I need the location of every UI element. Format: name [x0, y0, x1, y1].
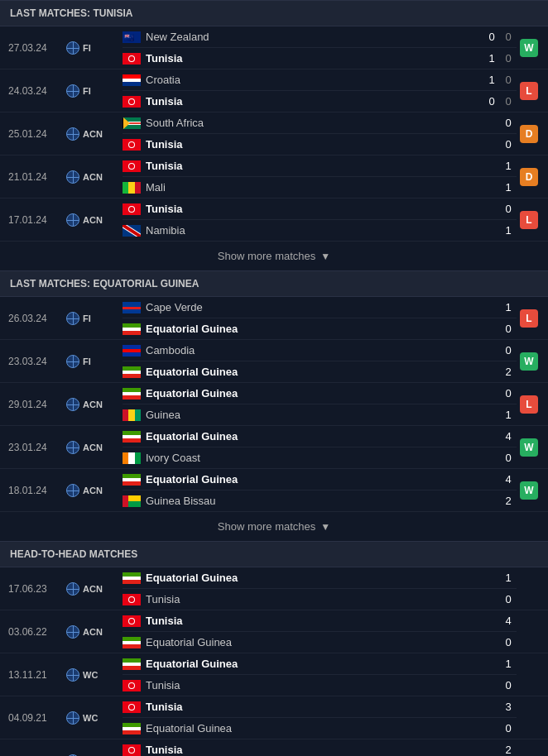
- match-date: 23.03.24: [8, 356, 66, 367]
- svg-rect-71: [123, 641, 141, 644]
- show-more-button[interactable]: Show more matches ▼: [0, 512, 548, 541]
- globe-icon: [66, 668, 79, 682]
- match-result: W: [517, 26, 548, 69]
- team-score: 0: [500, 636, 517, 648]
- svg-rect-84: [123, 730, 141, 734]
- team-line: Tunisia 4: [123, 610, 517, 632]
- svg-rect-70: [123, 637, 141, 641]
- match-competition: FI: [66, 41, 123, 55]
- result-badge: L: [520, 82, 538, 100]
- match-competition: WC: [66, 711, 123, 725]
- team-flag-flag-eq: [123, 388, 141, 400]
- team-line: Tunisia 0: [123, 199, 517, 220]
- comp-label: ACN: [83, 172, 103, 182]
- comp-label: ACN: [83, 129, 103, 139]
- match-meta: 28.03.21 ACN: [0, 739, 123, 756]
- team-name: Guinea Bissau: [146, 495, 500, 507]
- result-badge: W: [520, 39, 538, 57]
- svg-point-69: [129, 619, 134, 624]
- team-name: Equatorial Guinea: [146, 430, 500, 443]
- team-name: Tunisia: [146, 203, 500, 215]
- teams-col: Cape Verde 1 Equatorial Guinea 0: [123, 297, 517, 339]
- svg-rect-41: [123, 371, 141, 374]
- team-flag-flag-eq: [123, 658, 141, 670]
- team-line: Tunisia 2: [123, 739, 517, 756]
- svg-rect-57: [123, 481, 141, 486]
- team-line: Cape Verde 1: [123, 297, 517, 318]
- team-flag-flag-tn: [123, 96, 141, 108]
- globe-icon: [66, 355, 79, 368]
- team-score: 1: [483, 52, 500, 65]
- match-result: L: [517, 297, 548, 339]
- globe-icon: [66, 213, 79, 227]
- team-flag-flag-tn: [123, 594, 141, 605]
- result-badge: W: [520, 352, 538, 371]
- team-line: Cambodia 0: [123, 340, 517, 361]
- globe-icon: [66, 170, 79, 184]
- match-competition: FI: [66, 355, 123, 368]
- svg-rect-42: [123, 374, 141, 378]
- team-score: 0: [500, 117, 517, 129]
- match-competition: ACN: [66, 441, 123, 454]
- match-date: 26.03.24: [8, 313, 66, 324]
- match-block: 21.01.24 ACN Tunisia 1 Mali: [0, 156, 548, 199]
- match-date: 17.01.24: [8, 214, 66, 226]
- svg-rect-56: [123, 478, 141, 481]
- team-line: Tunisia 0: [123, 675, 517, 696]
- team-score: 0: [500, 323, 517, 335]
- match-block: 17.01.24 ACN Tunisia 0 Namibia: [0, 199, 548, 242]
- chevron-down-icon: ▼: [320, 521, 330, 533]
- svg-rect-75: [123, 666, 141, 670]
- comp-label: ACN: [83, 584, 103, 594]
- team-name: New Zealand: [146, 31, 483, 43]
- svg-point-27: [129, 207, 134, 212]
- teams-col: Equatorial Guinea 4 Guinea Bissau 2: [123, 469, 517, 511]
- team-score-right: 0: [500, 74, 517, 86]
- svg-point-66: [129, 597, 134, 602]
- team-line: Tunisia 3: [123, 696, 517, 718]
- section-header-last-matches-equatorial-guinea: LAST MATCHES: EQUATORIAL GUINEA: [0, 270, 548, 297]
- team-name: Tunisia: [146, 593, 500, 605]
- show-more-button[interactable]: Show more matches ▼: [0, 242, 548, 270]
- team-flag-flag-eq: [123, 572, 141, 584]
- match-competition: WC: [66, 668, 123, 682]
- team-line: Ivory Coast 0: [123, 447, 517, 468]
- team-score: 2: [500, 366, 517, 378]
- svg-text:🇳🇿: 🇳🇿: [124, 32, 135, 43]
- team-name: Mali: [146, 181, 500, 194]
- team-line: Equatorial Guinea 0: [123, 383, 517, 404]
- match-meta: 24.03.24 FI: [0, 69, 123, 112]
- team-flag-flag-eq: [123, 723, 141, 734]
- team-line: Equatorial Guinea 4: [123, 426, 517, 447]
- match-meta: 17.01.24 ACN: [0, 199, 123, 241]
- team-score: 0: [500, 138, 517, 151]
- team-score: 0: [500, 722, 517, 734]
- team-flag-flag-nz: 🇳🇿: [123, 31, 141, 43]
- svg-rect-24: [135, 182, 141, 194]
- match-meta: 29.01.24 ACN: [0, 383, 123, 425]
- team-line: Guinea 1: [123, 404, 517, 425]
- svg-rect-61: [123, 572, 141, 577]
- result-badge: D: [520, 125, 538, 143]
- match-block: 23.03.24 FI Cambodia 0 Equatorial: [0, 340, 548, 383]
- match-result: W: [517, 426, 548, 468]
- comp-label: ACN: [83, 443, 103, 452]
- team-name: Equatorial Guinea: [146, 366, 500, 378]
- svg-rect-38: [123, 349, 141, 352]
- match-date: 03.06.22: [8, 626, 66, 638]
- match-result: D: [517, 156, 548, 198]
- team-flag-flag-gw: [123, 495, 141, 507]
- show-more-label: Show more matches: [218, 250, 316, 262]
- match-result: W: [517, 340, 548, 382]
- globe-icon: [66, 127, 79, 141]
- match-date: 17.06.23: [8, 583, 66, 595]
- team-score: 2: [500, 744, 517, 756]
- comp-label: FI: [83, 86, 91, 96]
- match-date: 13.11.21: [8, 669, 66, 681]
- team-score: 4: [500, 473, 517, 486]
- team-line: Equatorial Guinea 4: [123, 469, 517, 490]
- team-line: Croatia 1 0: [123, 69, 517, 91]
- team-name: Equatorial Guinea: [146, 387, 500, 400]
- match-block: 03.06.22 ACN Tunisia 4 Equatorial: [0, 610, 548, 653]
- team-flag-flag-tn: [123, 744, 141, 756]
